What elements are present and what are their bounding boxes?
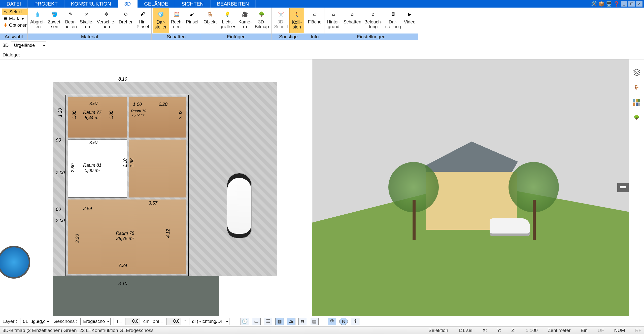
cube-shadow-icon: 🧊	[156, 9, 166, 19]
toggle-north[interactable]: N	[339, 318, 348, 325]
flaeche-button[interactable]: ▱Fläche	[306, 8, 323, 33]
brush-icon: 🖌	[138, 9, 148, 19]
geschoss-label: Geschoss :	[53, 319, 77, 324]
tools-icon[interactable]: 🛠️	[591, 1, 597, 7]
rechnen-button[interactable]: 🧮Rech- nen	[169, 8, 184, 33]
status-left: 3D-Bitmap (2 Einzelflächen) Green_23 L=K…	[3, 328, 154, 333]
kamera-button[interactable]: 🎥Kame- ra	[237, 8, 253, 33]
optionen-button[interactable]: ✚Optionen	[2, 22, 28, 28]
ribbon-group-info: ▱Fläche Info	[305, 8, 324, 40]
tab-gelaende[interactable]: GELÄNDE	[138, 0, 175, 8]
l-unit: cm	[143, 319, 150, 324]
3d-schnitt-button[interactable]: ✂️3D- Schnitt	[273, 8, 289, 33]
status-x: X:	[482, 328, 487, 333]
toggle-layer[interactable]: ≋	[298, 318, 307, 325]
area-icon: ▱	[310, 9, 320, 19]
hin-pinsel-button[interactable]: 🖌Hin. Pinsel	[135, 8, 150, 33]
assign-icon: 🪣	[50, 9, 60, 19]
video-button[interactable]: ▶Video	[402, 8, 417, 33]
tab-bearbeiten[interactable]: BEARBEITEN	[211, 0, 256, 8]
toggle-clock[interactable]: 🕘	[241, 318, 249, 325]
lichtquelle-button[interactable]: 💡Licht- quelle ▾	[218, 8, 237, 33]
ribbon-group-schatten: 🧊Dar- stellen 🧮Rech- nen 🖌Pinsel Schatte…	[152, 8, 201, 40]
layers-icon[interactable]	[632, 67, 642, 77]
verschieben-button[interactable]: ✥Verschie- ben	[95, 8, 117, 33]
drehen-button[interactable]: ⟳Drehen	[117, 8, 135, 33]
schatten-setting-button[interactable]: ⌂Schatten	[342, 8, 363, 33]
dl-select[interactable]: dl (Richtung/Di	[189, 318, 229, 325]
help-icon[interactable]: ❓	[613, 1, 620, 7]
skalieren-button[interactable]: ⤧Skalie- ren	[78, 8, 95, 33]
pool-object[interactable]	[0, 246, 30, 279]
dim-200: 2.00	[56, 170, 65, 176]
dim-330: 3.30	[75, 234, 80, 243]
tab-3d[interactable]: 3D	[118, 0, 138, 8]
package-icon[interactable]: 📦	[598, 1, 605, 7]
tab-file[interactable]: DATEI	[0, 0, 28, 8]
l-input[interactable]	[125, 318, 140, 325]
chair-icon: 🪑	[205, 9, 215, 19]
group-label-material: Material	[28, 34, 151, 40]
bottom-options: Layer : 01_ug,eg,og Geschoss : Erdgescho…	[0, 316, 644, 326]
furniture-icon[interactable]: 🪑	[632, 82, 642, 92]
bearbeiten-button[interactable]: ✎Bear- beiten	[63, 8, 78, 33]
beleuchtung-button[interactable]: ⌂Beleuch- tung	[363, 8, 384, 33]
toggle-info[interactable]: ℹ	[351, 318, 359, 325]
minimize-button[interactable]: _	[621, 1, 627, 7]
kollision-button[interactable]: 🚶Kolli- sion	[289, 8, 304, 33]
layer-select[interactable]: 01_ug,eg,og	[20, 318, 50, 325]
objekt-button[interactable]: 🪑Objekt	[202, 8, 218, 33]
3d-bitmap-button[interactable]: 🌳3D- Bitmap	[253, 8, 270, 33]
dim-200b: 2.00	[56, 218, 65, 223]
house-shadow-icon: ⌂	[347, 9, 357, 19]
right-sidebar: 🪑 🌳	[629, 59, 644, 316]
pinsel-button[interactable]: 🖌Pinsel	[184, 8, 200, 33]
tree-left[interactable]	[388, 162, 439, 238]
dim-80a: 80	[56, 207, 61, 212]
status-unit: Zentimeter	[548, 328, 571, 333]
group-label-einstellungen: Einstellungen	[324, 34, 418, 40]
tab-projekt[interactable]: PROJEKT	[28, 0, 64, 8]
view-3d[interactable]	[312, 59, 629, 316]
toggle-rect[interactable]: ▭	[252, 318, 261, 325]
secondary-bar: 3D Urgelände	[0, 40, 644, 50]
dim-90a: 90	[56, 138, 61, 143]
toggle-3dbox[interactable]: ▦	[275, 318, 284, 325]
dim-198: 1.98	[129, 158, 134, 167]
toggle-stack[interactable]: ☰	[264, 318, 272, 325]
expand-handle[interactable]	[617, 183, 629, 192]
car-3d[interactable]	[490, 218, 530, 236]
darstellung-button[interactable]: 🖥Dar- stellung	[384, 8, 402, 33]
tab-sichten[interactable]: SICHTEN	[175, 0, 211, 8]
bulb-icon: 💡	[222, 9, 232, 19]
dim-280: 2.80	[70, 163, 76, 172]
ribbon-group-einfuegen: 🪑Objekt 💡Licht- quelle ▾ 🎥Kame- ra 🌳3D- …	[201, 8, 272, 40]
selekt-button[interactable]: ↖Selekt	[2, 9, 28, 15]
room-77-label: Raum 776,44 m²	[83, 110, 101, 120]
screen-icon[interactable]: 🖥️	[606, 1, 612, 7]
ribbon: ↖Selekt ✳Mark. ▾ ✚Optionen Auswahl 💧Abgr…	[0, 8, 644, 40]
zuweisen-button[interactable]: 🪣Zuwei- sen	[46, 8, 63, 33]
view-2d[interactable]: 8.10 9.00 3.67 1.00 2.20 1.80 1.80 3.67 …	[0, 59, 312, 316]
close-button[interactable]: ×	[636, 1, 642, 7]
dim-180a: 1.80	[72, 111, 77, 119]
abgreifen-button[interactable]: 💧Abgrei- fen	[29, 8, 46, 33]
room-78-label: Raum 7826,75 m²	[116, 231, 134, 241]
plants-icon[interactable]: 🌳	[632, 112, 642, 122]
maximize-button[interactable]: □	[628, 1, 635, 7]
car-2d[interactable]	[227, 173, 252, 238]
phi-input[interactable]	[166, 318, 181, 325]
toggle-grid[interactable]: ▤	[310, 318, 319, 325]
toggle-3d[interactable]: ③	[328, 318, 336, 325]
geschoss-select[interactable]: Erdgeschos	[80, 318, 111, 325]
layer-combo[interactable]: Urgelände	[11, 42, 46, 49]
mark-dropdown[interactable]: ✳Mark. ▾	[2, 16, 28, 22]
hintergrund-button[interactable]: ⌂Hinter- grund	[325, 8, 342, 33]
tab-konstruktion[interactable]: KONSTRUKTION	[64, 0, 118, 8]
toggle-terrain[interactable]: ⛰	[287, 318, 295, 325]
group-label-schatten: Schatten	[152, 34, 201, 40]
materials-icon[interactable]	[632, 97, 642, 107]
darstellen-button[interactable]: 🧊Dar- stellen	[153, 8, 169, 33]
move-icon: ✥	[101, 9, 111, 19]
dim-412: 4.12	[165, 229, 171, 238]
